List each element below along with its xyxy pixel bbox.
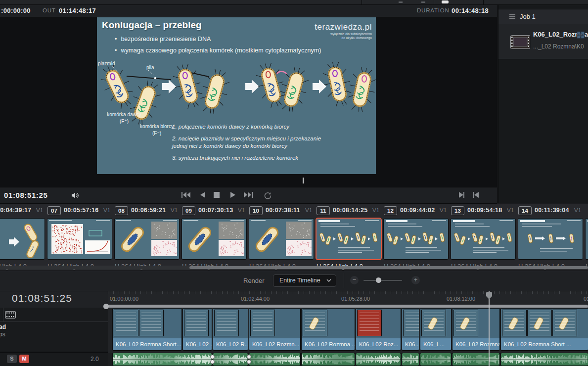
last-frame-button[interactable] (243, 191, 254, 199)
timeline-audio-clip[interactable] (249, 353, 300, 366)
timeline-audio-clip[interactable] (113, 353, 212, 366)
loop-button[interactable] (263, 191, 274, 199)
chevron-down-icon (326, 279, 331, 282)
timeline-timecode[interactable]: 01:08:51:25 (12, 292, 72, 304)
timeline-clip-label: K06... (402, 338, 419, 350)
job-header[interactable]: Job 1 (498, 9, 588, 25)
clip-thumbnail[interactable] (317, 219, 381, 259)
slide-title: Koniugacja – przebieg (102, 20, 202, 31)
slide-logo: terazwiedza.pl wyłącznie dla subskrybent… (315, 22, 372, 40)
playhead-line[interactable] (489, 291, 490, 366)
timeline-video-clip[interactable]: K06_L02 Roz... (356, 309, 401, 350)
viewer-timecode[interactable]: 01:08:51:25 (4, 191, 47, 199)
clip-thumbnail[interactable] (451, 219, 515, 259)
timeline-video-clip[interactable]: K06_L02 ... (183, 309, 212, 350)
drag-handle-icon (509, 14, 515, 19)
render-clip-item[interactable]: 1000:07:38:11V1 H.264 High L4.0 (249, 206, 315, 270)
timeline-audio-clip[interactable] (501, 353, 588, 366)
timeline-video-clip[interactable]: K06_L02 Rozmna Short ... (501, 309, 588, 350)
clip-track-label: V1 (36, 207, 43, 213)
next-clip-button[interactable] (458, 191, 469, 199)
timeline-video-clip[interactable]: K06_L02 Rozmna Short... (113, 309, 181, 350)
clip-frame-thumb (215, 310, 238, 336)
zoom-out-button[interactable]: − (350, 276, 359, 284)
timeline-clip-label: K06_L... (420, 338, 451, 350)
timeline-audio-clip[interactable] (402, 353, 419, 366)
timeline-audio-clip[interactable] (213, 353, 248, 366)
clip-thumbnail[interactable] (586, 219, 588, 259)
viewer-jog-tick[interactable] (303, 178, 304, 183)
clip-frame-thumb (553, 310, 577, 336)
timeline-audio-clip[interactable] (302, 353, 355, 366)
render-clip-item[interactable]: 1400:11:39:04V1 H.264 High L4.0 (518, 206, 584, 270)
timeline-audio-clip[interactable] (420, 353, 451, 366)
zoom-slider-knob[interactable] (376, 277, 381, 283)
bullet-text: bezpośrednie przeniesienie DNA (121, 36, 211, 43)
render-clip-item[interactable]: 0700:05:57:16V1 H.264 High L4.0 (47, 206, 113, 270)
stop-button[interactable] (213, 191, 224, 199)
clips-scrollbar-track[interactable] (0, 266, 588, 270)
clip-thumbnail[interactable] (115, 219, 179, 259)
clip-thumbnail[interactable] (0, 219, 45, 259)
first-frame-button[interactable] (181, 191, 192, 199)
clip-timecode: 00:05:57:16 (64, 207, 98, 214)
render-clip-item[interactable]: 0900:07:30:13V1 H.264 High L4.0 (182, 206, 247, 270)
timeline-video-clip[interactable]: K06_L... (420, 309, 451, 350)
audio-keyframe[interactable] (247, 355, 251, 359)
clip-frame-thumb (139, 310, 163, 336)
audio-keyframe[interactable] (247, 360, 251, 364)
bullet-text: wymaga czasowego połączenia komórek (mos… (121, 47, 321, 54)
clip-head: 0700:05:57:16V1 (47, 206, 113, 216)
clip-track-label: V1 (574, 207, 581, 213)
audio-keyframe[interactable] (210, 360, 215, 364)
timeline-video-clip[interactable]: K06_L02 Rozmn... (249, 309, 300, 350)
clip-head: 0800:06:59:21V1 (115, 206, 180, 216)
clips-scrollbar-thumb[interactable] (189, 266, 588, 269)
clip-number-badge: 10 (249, 206, 263, 215)
bullet-dot: • (115, 36, 117, 43)
clip-thumbnail[interactable] (182, 219, 246, 259)
duration-label: DURATION (417, 7, 450, 13)
prev-clip-button[interactable] (473, 191, 484, 199)
render-clip-item[interactable]: 1100:08:14:25V1 H.264 High L4.0 (317, 206, 382, 270)
clip-track-label: V1 (372, 207, 379, 213)
render-clip-item[interactable]: 1200:09:44:02V1 H.264 High L4.0 (384, 206, 449, 270)
render-job-card[interactable]: K06_L02_Rozmna ..._L02 Rozmna\K0 (498, 24, 588, 59)
clip-filmstrip (183, 309, 212, 338)
timeline-audio-clip[interactable] (452, 353, 499, 366)
video-track: K06_L02 Rozmna Short...K06_L02 ...K06_L0… (108, 308, 588, 353)
clip-number-badge: 12 (384, 206, 397, 215)
bacteria-shape (427, 317, 439, 331)
slide-step: 2. nacięcie plazmidu w specyficznym miej… (172, 135, 328, 150)
clip-head: 1400:11:39:04V1 (518, 206, 584, 216)
clip-thumbnail[interactable] (249, 219, 314, 259)
timeline-video-clip[interactable]: K06_L02 Rozmna Sho... (452, 309, 499, 350)
clip-head: 1200:09:44:02V1 (384, 206, 449, 216)
zoom-in-button[interactable]: + (411, 276, 420, 284)
render-clip-item[interactable]: 1300:09:54:18V1 H.264 High L4.0 (451, 206, 516, 270)
ruler-label: 01:05:28:00 (341, 296, 370, 302)
audio-keyframe[interactable] (210, 355, 215, 359)
timeline-video-clip[interactable]: K06... (402, 309, 419, 350)
clip-track-label: V1 (440, 207, 447, 213)
clip-thumbnail[interactable] (518, 219, 583, 259)
grid-icon[interactable] (577, 31, 585, 39)
timeline-video-clip[interactable]: K06_L02 R... (213, 309, 248, 350)
render-clip-item[interactable]: 00:04:39:17V1 H.264 High L4.0 (0, 206, 45, 270)
solo-button[interactable]: S (7, 355, 17, 363)
play-button[interactable] (229, 191, 240, 199)
render-range-dropdown[interactable]: Entire Timeline (273, 274, 336, 287)
zoom-slider-track[interactable] (363, 280, 402, 281)
play-reverse-button[interactable] (199, 191, 210, 199)
render-clip-item[interactable]: H.264 High L4.0 (586, 206, 588, 270)
clip-thumbnail[interactable] (47, 219, 112, 259)
render-clip-item[interactable]: 0800:06:59:21V1 H.264 High L4.0 (115, 206, 180, 270)
timeline-audio-clip[interactable] (356, 353, 401, 366)
clip-filmstrip (302, 309, 355, 338)
clip-frame-thumb (454, 310, 478, 336)
clip-timecode: 00:08:14:25 (333, 207, 367, 214)
clip-thumbnail[interactable] (384, 219, 448, 259)
timeline-video-clip[interactable]: K06_L02 Rozmna ... (302, 309, 355, 350)
audio-mute-icon[interactable] (71, 191, 82, 199)
mute-button[interactable]: M (19, 355, 29, 363)
